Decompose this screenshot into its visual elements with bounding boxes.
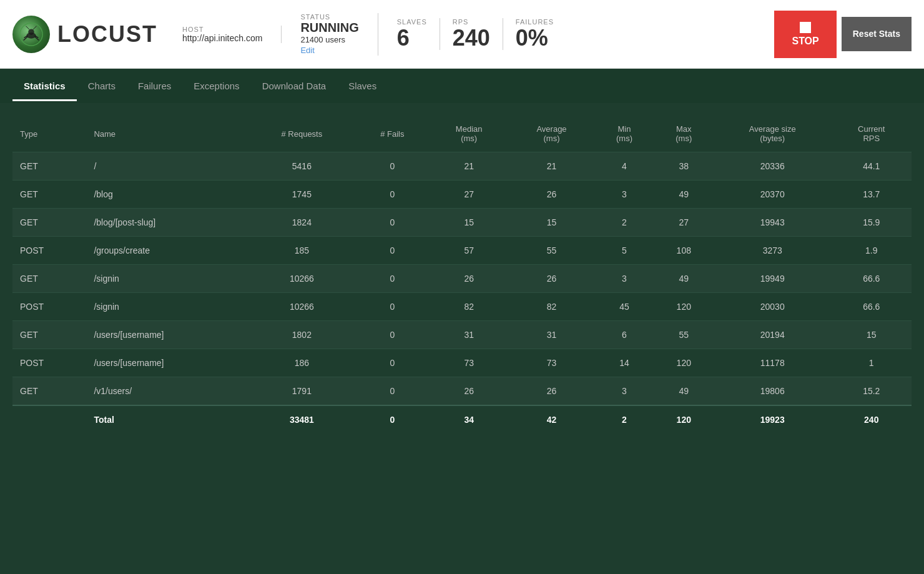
cell-type: POST [12,293,86,321]
cell-max: 108 [654,237,714,265]
table-row: GET /v1/users/ 1791 0 26 26 3 49 19806 1… [12,377,912,406]
table-row: GET / 5416 0 21 21 4 38 20336 44.1 [12,152,912,181]
statistics-table: Type Name # Requests # Fails Median(ms) … [12,116,912,433]
failures-label: FAILURES [516,18,554,26]
cell-name: /users/[username] [86,321,248,349]
cell-avg-size: 20336 [714,152,832,181]
nav: Statistics Charts Failures Exceptions Do… [0,69,924,103]
footer-max: 120 [654,405,714,433]
table-body: GET / 5416 0 21 21 4 38 20336 44.1 GET /… [12,152,912,406]
cell-fails: 0 [355,237,430,265]
cell-type: GET [12,377,86,406]
cell-average: 26 [509,181,595,209]
logo-icon [12,16,50,53]
cell-max: 120 [654,293,714,321]
svg-point-2 [28,29,34,35]
cell-type: GET [12,321,86,349]
cell-median: 73 [430,349,509,377]
tab-failures[interactable]: Failures [127,71,182,101]
slaves-label: SLAVES [397,18,427,26]
table-row: POST /users/[username] 186 0 73 73 14 12… [12,349,912,377]
cell-rps: 66.6 [832,265,912,293]
cell-requests: 1824 [248,209,355,237]
cell-type: GET [12,152,86,181]
cell-name: /blog [86,181,248,209]
cell-rps: 66.6 [832,293,912,321]
table-row: GET /blog 1745 0 27 26 3 49 20370 13.7 [12,181,912,209]
tab-slaves[interactable]: Slaves [337,71,388,101]
stop-label: STOP [792,36,818,47]
main-content: Type Name # Requests # Fails Median(ms) … [0,103,924,574]
failures-section: FAILURES 0% [516,18,566,51]
cell-name: /users/[username] [86,349,248,377]
cell-median: 57 [430,237,509,265]
cell-min: 5 [594,237,654,265]
cell-median: 21 [430,152,509,181]
table-row: GET /blog/[post-slug] 1824 0 15 15 2 27 … [12,209,912,237]
footer-min: 2 [594,405,654,433]
cell-max: 49 [654,181,714,209]
status-section: STATUS RUNNING 21400 users Edit [300,13,378,56]
svg-line-7 [26,26,29,29]
edit-link[interactable]: Edit [300,46,314,55]
cell-type: POST [12,237,86,265]
reset-stats-button[interactable]: Reset Stats [842,17,912,51]
table-row: GET /users/[username] 1802 0 31 31 6 55 … [12,321,912,349]
logo-text: LOCUST [57,21,157,47]
cell-min: 6 [594,321,654,349]
cell-requests: 186 [248,349,355,377]
cell-fails: 0 [355,181,430,209]
tab-statistics[interactable]: Statistics [12,71,77,101]
cell-name: / [86,152,248,181]
cell-median: 27 [430,181,509,209]
cell-average: 73 [509,349,595,377]
cell-requests: 1745 [248,181,355,209]
rps-section: RPS 240 [453,18,503,51]
cell-average: 55 [509,237,595,265]
col-median: Median(ms) [430,116,509,152]
tab-charts[interactable]: Charts [77,71,127,101]
cell-fails: 0 [355,321,430,349]
col-requests: # Requests [248,116,355,152]
cell-median: 26 [430,265,509,293]
cell-name: /groups/create [86,237,248,265]
cell-type: GET [12,265,86,293]
table-row: GET /signin 10266 0 26 26 3 49 19949 66.… [12,265,912,293]
cell-fails: 0 [355,349,430,377]
col-min: Min(ms) [594,116,654,152]
cell-min: 3 [594,265,654,293]
status-label: STATUS [300,13,358,21]
tab-download-data[interactable]: Download Data [251,71,338,101]
cell-requests: 10266 [248,293,355,321]
slaves-value: 6 [397,26,427,51]
table-footer: Total 33481 0 34 42 2 120 19923 240 [12,405,912,433]
cell-type: POST [12,349,86,377]
cell-rps: 44.1 [832,152,912,181]
cell-fails: 0 [355,265,430,293]
cell-average: 26 [509,377,595,406]
cell-median: 82 [430,293,509,321]
cell-max: 55 [654,321,714,349]
footer-avg-size: 19923 [714,405,832,433]
col-type: Type [12,116,86,152]
col-name: Name [86,116,248,152]
cell-avg-size: 20030 [714,293,832,321]
cell-avg-size: 20194 [714,321,832,349]
cell-min: 3 [594,377,654,406]
rps-label: RPS [453,18,490,26]
cell-median: 15 [430,209,509,237]
logo-area: LOCUST [12,16,157,53]
stop-button[interactable]: STOP [774,11,836,58]
cell-average: 82 [509,293,595,321]
cell-max: 49 [654,265,714,293]
cell-name: /signin [86,265,248,293]
table-total-row: Total 33481 0 34 42 2 120 19923 240 [12,405,912,433]
stop-icon [800,22,811,33]
cell-average: 21 [509,152,595,181]
cell-requests: 10266 [248,265,355,293]
col-avg-size: Average size(bytes) [714,116,832,152]
cell-name: /blog/[post-slug] [86,209,248,237]
tab-exceptions[interactable]: Exceptions [182,71,250,101]
slaves-section: SLAVES 6 [397,18,440,51]
cell-avg-size: 19949 [714,265,832,293]
